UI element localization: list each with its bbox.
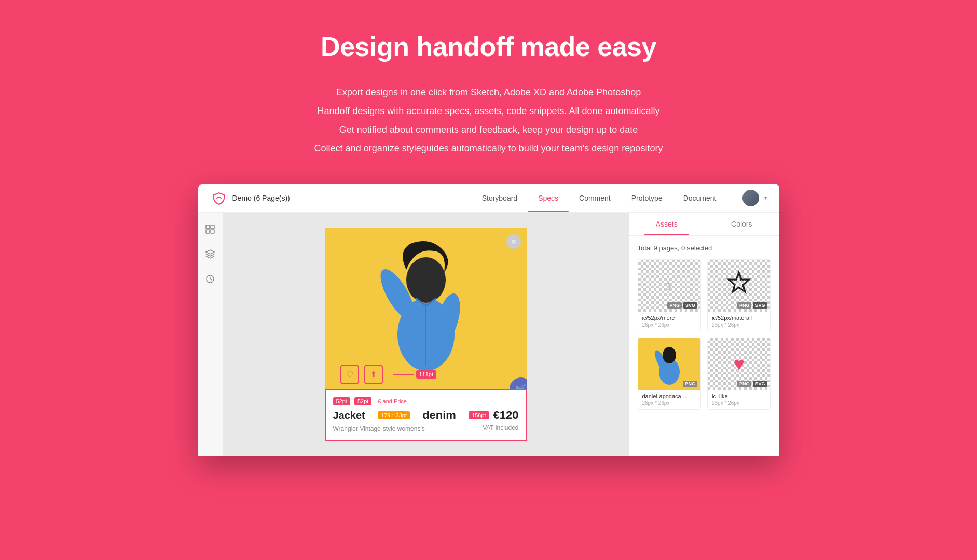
chevron-right-icon: › [666, 275, 672, 297]
hero-line-1: Export designs in one click from Sketch,… [10, 83, 967, 102]
app-window: Demo (6 Page(s)) Storyboard Specs Commen… [198, 184, 779, 456]
asset-info-material: ic/52px/materail 26px * 26px [708, 312, 770, 331]
project-name: Demo (6 Page(s)) [232, 194, 290, 202]
assets-grid: › PNG SVG ic/52px/more 26px * 26px [638, 259, 771, 410]
svg-point-10 [406, 257, 446, 303]
asset-size-photo: 26px * 26px [642, 400, 697, 406]
hero-description: Export designs in one click from Sketch,… [10, 83, 967, 158]
asset-thumbnail-like: ♥ PNG SVG [708, 338, 770, 390]
svg-rect-1 [211, 225, 214, 229]
asset-type-badges-more: PNG SVG [667, 302, 697, 309]
price-label: € and Price [378, 398, 407, 404]
png-badge-4: PNG [737, 381, 752, 387]
asset-type-badges-like: PNG SVG [737, 381, 767, 387]
heart-icon-box[interactable]: ♡ [340, 365, 359, 384]
assets-count: Total 9 pages, 0 selected [638, 244, 771, 252]
svg-point-15 [663, 347, 676, 363]
product-image-container: ✕ [325, 228, 527, 389]
product-title: Jacket [333, 410, 365, 422]
tab-comment[interactable]: Comment [569, 185, 621, 212]
nav-tabs: Storyboard Specs Comment Prototype Docum… [472, 185, 727, 212]
design-preview: ✕ [325, 228, 527, 441]
tab-assets[interactable]: Assets [629, 213, 705, 235]
phone-screen: ✕ [325, 228, 527, 441]
asset-name-photo: daniel-apodaca-... [642, 393, 697, 399]
asset-thumbnail-material: PNG SVG [708, 260, 770, 312]
app-logo [211, 190, 227, 206]
product-info: 52pt 52pt € and Price Jacket 179 * 23pt … [325, 389, 527, 441]
svg-rect-0 [206, 225, 210, 229]
asset-item-more[interactable]: › PNG SVG ic/52px/more 26px * 26px [638, 259, 701, 331]
chevron-down-icon: ▾ [764, 195, 767, 201]
hero-line-2: Handoff designs with accurate specs, ass… [10, 102, 967, 120]
main-content: ✕ [198, 213, 779, 456]
measurement-52b: 52pt [354, 397, 371, 405]
asset-item-like[interactable]: ♥ PNG SVG ic_like 26px * 26px [707, 338, 771, 410]
tab-colors[interactable]: Colors [704, 213, 779, 235]
measurement-52a: 52pt [333, 397, 350, 405]
close-icon: ✕ [511, 237, 517, 246]
svg-rect-2 [206, 230, 210, 233]
user-section[interactable]: ▾ [742, 190, 767, 206]
panel-tabs: Assets Colors [629, 213, 779, 236]
asset-type-badges-material: PNG SVG [737, 302, 767, 309]
asset-thumbnail-photo: PNG [638, 338, 701, 390]
close-button[interactable]: ✕ [506, 234, 521, 249]
tab-specs[interactable]: Specs [528, 185, 569, 212]
asset-thumbnail-more: › PNG SVG [638, 260, 701, 312]
tab-prototype[interactable]: Prototype [621, 185, 673, 212]
top-bar: Demo (6 Page(s)) Storyboard Specs Commen… [198, 184, 779, 213]
sidebar-stack-icon[interactable] [202, 246, 218, 262]
measurement-179: 179 * 23pt [378, 411, 410, 419]
product-description: Wrangler Vintage-style womens's [333, 425, 425, 432]
hero-title: Design handoff made easy [10, 31, 967, 62]
sidebar-history-icon[interactable] [202, 271, 218, 287]
product-title-row: Jacket 179 * 23pt denim 156pt €120 [333, 409, 519, 422]
product-image [364, 231, 488, 386]
vat-text: VAT included [483, 424, 518, 431]
right-panel: Assets Colors Total 9 pages, 0 selected … [629, 213, 779, 456]
asset-name-more: ic/52px/more [642, 315, 697, 321]
tab-document[interactable]: Document [673, 185, 727, 212]
svg-rect-3 [211, 230, 214, 233]
asset-info-like: ic_like 26px * 26px [708, 390, 770, 409]
svg-badge-4: SVG [753, 381, 767, 387]
badge-shape-icon [723, 270, 754, 301]
png-badge: PNG [667, 302, 682, 309]
avatar [742, 190, 759, 206]
png-badge-3: PNG [683, 381, 697, 387]
product-material: denim [422, 409, 456, 422]
avatar-image [742, 190, 759, 206]
asset-info-more: ic/52px/more 26px * 26px [638, 312, 701, 331]
tab-storyboard[interactable]: Storyboard [472, 185, 528, 212]
asset-type-badges-photo: PNG [683, 381, 697, 387]
svg-badge: SVG [683, 302, 697, 309]
asset-item-photo[interactable]: PNG daniel-apodaca-... 26px * 26px [638, 338, 701, 410]
hero-line-3: Get notified about comments and feedback… [10, 120, 967, 139]
panel-content: Total 9 pages, 0 selected › PNG SVG [629, 236, 779, 456]
sidebar-layers-icon[interactable] [202, 221, 218, 237]
product-price: €120 [493, 409, 519, 422]
measurement-111pt: 111pt [416, 370, 437, 379]
svg-badge-2: SVG [753, 302, 767, 309]
asset-size-material: 26px * 26px [712, 322, 766, 328]
hero-line-4: Collect and organize styleguides automat… [10, 139, 967, 158]
canvas-area[interactable]: ✕ [223, 213, 629, 456]
measurement-156: 156pt [469, 411, 489, 419]
price-section: 156pt €120 [469, 409, 518, 422]
heart-icon: ♥ [734, 353, 745, 375]
asset-size-like: 26px * 26px [712, 400, 766, 406]
asset-name-material: ic/52px/materail [712, 315, 766, 321]
png-badge-2: PNG [737, 302, 752, 309]
asset-name-like: ic_like [712, 393, 766, 399]
sidebar [198, 213, 223, 456]
asset-info-photo: daniel-apodaca-... 26px * 26px [638, 390, 701, 409]
asset-item-material[interactable]: PNG SVG ic/52px/materail 26px * 26px [707, 259, 771, 331]
photo-person-icon [651, 341, 687, 387]
asset-size-more: 26px * 26px [642, 322, 697, 328]
hero-section: Design handoff made easy Export designs … [0, 0, 977, 178]
share-icon-box[interactable]: ⬆ [364, 365, 383, 384]
